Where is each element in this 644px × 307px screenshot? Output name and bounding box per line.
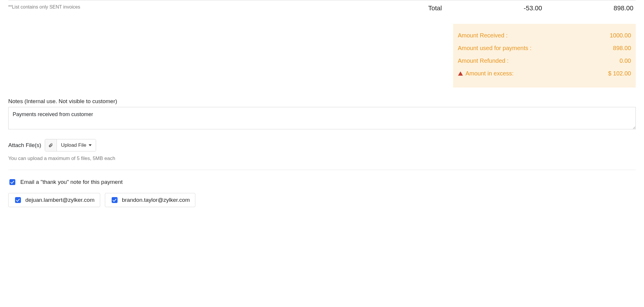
paperclip-icon[interactable] bbox=[45, 139, 57, 151]
notes-label: Notes (Internal use. Not visible to cust… bbox=[8, 98, 636, 105]
summary-label: Amount Refunded : bbox=[458, 57, 508, 64]
caret-down-icon bbox=[89, 142, 92, 148]
summary-label: Amount Received : bbox=[458, 32, 508, 39]
summary-value: $ 102.00 bbox=[599, 70, 631, 77]
total-amount: 898.00 bbox=[595, 4, 633, 12]
thankyou-checkbox[interactable] bbox=[9, 179, 15, 185]
notes-section: Notes (Internal use. Not visible to cust… bbox=[8, 98, 636, 131]
upload-file-label: Upload File bbox=[61, 142, 86, 148]
summary-value: 1000.00 bbox=[599, 32, 631, 39]
summary-value: 0.00 bbox=[599, 57, 631, 64]
thankyou-label: Email a "thank you" note for this paymen… bbox=[20, 179, 123, 185]
summary-row-excess: Amount in excess: $ 102.00 bbox=[458, 67, 631, 80]
sent-invoices-note: **List contains only SENT invoices bbox=[8, 4, 80, 10]
top-row: **List contains only SENT invoices Total… bbox=[8, 4, 636, 12]
email-chips: dejuan.lambert@zylker.com brandon.taylor… bbox=[8, 193, 636, 207]
email-chip: dejuan.lambert@zylker.com bbox=[8, 193, 100, 207]
email-address: dejuan.lambert@zylker.com bbox=[25, 197, 95, 203]
summary-value: 898.00 bbox=[599, 45, 631, 52]
email-address: brandon.taylor@zylker.com bbox=[122, 197, 190, 203]
summary-row-received: Amount Received : 1000.00 bbox=[458, 29, 631, 42]
attach-label: Attach File(s) bbox=[8, 142, 41, 148]
email-checkbox[interactable] bbox=[112, 197, 118, 203]
total-label: Total bbox=[428, 4, 442, 12]
upload-hint: You can upload a maximum of 5 files, 5MB… bbox=[8, 156, 636, 161]
email-chip: brandon.taylor@zylker.com bbox=[105, 193, 196, 207]
upload-file-group: Upload File bbox=[45, 139, 96, 151]
section-divider bbox=[8, 170, 636, 170]
summary-label: Amount in excess: bbox=[465, 70, 513, 77]
notes-textarea[interactable] bbox=[8, 107, 636, 129]
email-checkbox[interactable] bbox=[15, 197, 21, 203]
summary-row-refunded: Amount Refunded : 0.00 bbox=[458, 55, 631, 67]
top-divider bbox=[8, 0, 636, 0]
warning-icon bbox=[458, 71, 463, 76]
summary-label: Amount used for payments : bbox=[458, 45, 531, 52]
thankyou-row: Email a "thank you" note for this paymen… bbox=[8, 178, 636, 186]
total-adjustment: -53.00 bbox=[518, 4, 542, 12]
total-line: Total -53.00 898.00 bbox=[428, 4, 636, 12]
summary-box: Amount Received : 1000.00 Amount used fo… bbox=[453, 24, 636, 88]
attach-section: Attach File(s) Upload File bbox=[8, 139, 636, 151]
upload-file-button[interactable]: Upload File bbox=[57, 139, 96, 151]
summary-row-used: Amount used for payments : 898.00 bbox=[458, 42, 631, 55]
